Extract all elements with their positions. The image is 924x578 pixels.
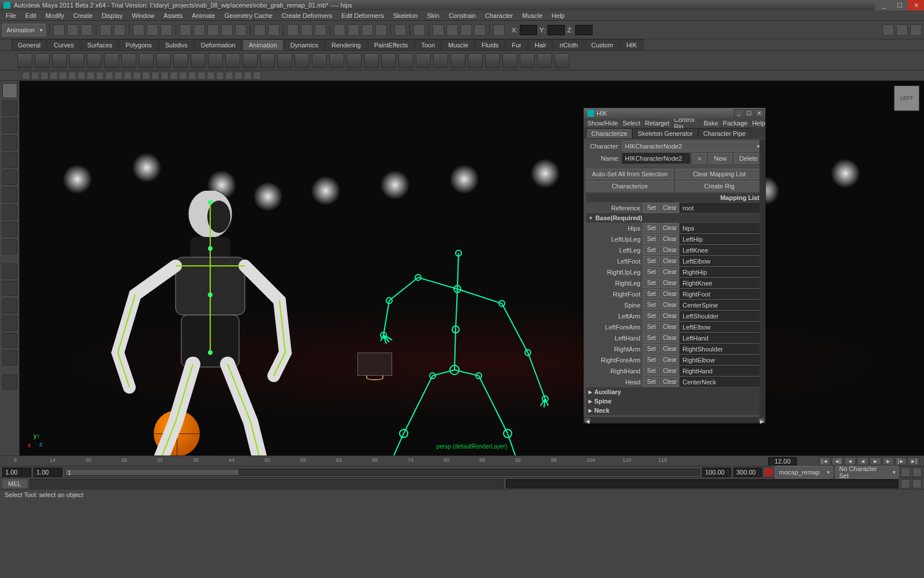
snap-grid-icon[interactable] (180, 24, 191, 36)
new-button[interactable]: New (709, 153, 732, 164)
bone-set-button[interactable]: Set (643, 366, 660, 376)
bone-value[interactable]: LeftHip (680, 234, 761, 244)
bone-value[interactable]: RightKnee (680, 278, 761, 288)
bone-set-button[interactable]: Set (643, 267, 660, 277)
shelf-icon-0[interactable] (17, 53, 32, 68)
sidebar-toggle3-icon[interactable] (910, 24, 922, 36)
bone-clear-button[interactable]: Clear (661, 322, 679, 332)
menu-help[interactable]: Help (548, 12, 568, 19)
cmd-input[interactable] (29, 479, 504, 488)
render-settings-icon[interactable] (315, 24, 326, 36)
bone-set-button[interactable]: Set (643, 344, 660, 354)
select-component-icon[interactable] (161, 24, 172, 36)
menu-character[interactable]: Character (482, 12, 516, 19)
layout-icon[interactable] (413, 24, 425, 36)
shelf-icon-7[interactable] (139, 53, 154, 68)
shelftab-ncloth[interactable]: nCloth (553, 39, 584, 50)
bone-clear-button[interactable]: Clear (661, 245, 679, 255)
range-end-anim[interactable]: 300.00 (733, 468, 762, 477)
help-icon[interactable] (912, 479, 922, 488)
hikmenu-package[interactable]: Package (723, 120, 748, 127)
redo-icon[interactable] (114, 24, 125, 36)
shelf-icon-2[interactable] (52, 53, 67, 68)
bone-set-button[interactable]: Set (643, 311, 660, 321)
scale-tool[interactable] (2, 170, 17, 185)
menu-skeleton[interactable]: Skeleton (390, 12, 422, 19)
bone-clear-button[interactable]: Clear (661, 366, 679, 376)
bone-set-button[interactable]: Set (643, 355, 660, 365)
bone-set-button[interactable]: Set (643, 223, 660, 233)
shelf-icon-27[interactable] (485, 53, 500, 68)
time-slider[interactable]: 8142026323844505662687480869298104110116… (0, 455, 924, 466)
new-scene-icon[interactable] (53, 24, 65, 36)
menu-muscle[interactable]: Muscle (519, 12, 546, 19)
bone-clear-button[interactable]: Clear (661, 234, 679, 244)
close-button[interactable]: ✕ (908, 0, 924, 10)
shelf-icon-11[interactable] (208, 53, 223, 68)
range-start-play[interactable]: 1.00 (33, 468, 62, 477)
current-frame[interactable]: 12.00 (768, 457, 797, 465)
input-output-icon[interactable] (362, 24, 373, 36)
panel-icon-9[interactable] (105, 72, 113, 80)
bone-clear-button[interactable]: Clear (661, 300, 679, 310)
shelf-icon-14[interactable] (260, 53, 275, 68)
shelf-icon-13[interactable] (243, 53, 258, 68)
panel-icon-8[interactable] (96, 72, 104, 80)
panel-icon-5[interactable] (68, 72, 76, 80)
panel-icon-12[interactable] (133, 72, 141, 80)
clearmapping-button[interactable]: Clear Mapping List (676, 169, 763, 179)
ref-set-button[interactable]: Set (643, 203, 660, 213)
panel-icon-1[interactable] (31, 72, 39, 80)
hiktab-skeleton-generator[interactable]: Skeleton Generator (632, 128, 698, 139)
bone-value[interactable]: LeftKnee (680, 245, 761, 255)
toggle4-icon[interactable] (474, 24, 486, 36)
input-connection-icon[interactable] (334, 24, 345, 36)
menu-modify[interactable]: Modify (42, 12, 68, 19)
layout-two-icon[interactable] (2, 298, 17, 313)
bone-set-button[interactable]: Set (643, 377, 660, 387)
play-forward-button[interactable]: ► (870, 457, 881, 465)
bone-set-button[interactable]: Set (643, 256, 660, 266)
select-object-icon[interactable] (147, 24, 158, 36)
x-input[interactable] (520, 25, 537, 35)
prev-key-button[interactable]: ◄ (844, 457, 856, 465)
toggle1-icon[interactable] (433, 24, 444, 36)
panel-icon-11[interactable] (124, 72, 132, 80)
hik-minimize-icon[interactable]: _ (734, 109, 743, 117)
bone-set-button[interactable]: Set (643, 245, 660, 255)
spine-section-header[interactable]: ▶Spine (586, 397, 763, 406)
menu-edit-deformers[interactable]: Edit Deformers (338, 12, 387, 19)
menu-constrain[interactable]: Constrain (445, 12, 479, 19)
delete-button[interactable]: Delete (734, 153, 763, 164)
panel-icon-6[interactable] (77, 72, 85, 80)
menu-display[interactable]: Display (98, 12, 126, 19)
charset-dropdown[interactable]: mocap_remap (775, 466, 833, 479)
layout-outliner-icon[interactable] (2, 350, 17, 365)
bone-set-button[interactable]: Set (643, 289, 660, 299)
bone-clear-button[interactable]: Clear (661, 256, 679, 266)
panel-icon-20[interactable] (207, 72, 215, 80)
hikmenu-retarget[interactable]: Retarget (645, 120, 669, 127)
characterize-button[interactable]: Characterize (586, 181, 673, 191)
shelftab-fur[interactable]: Fur (505, 39, 528, 50)
lasso-tool[interactable] (2, 101, 17, 116)
output-connection-icon[interactable] (348, 24, 359, 36)
bone-value[interactable]: CenterSpine (680, 300, 761, 310)
save-scene-icon[interactable] (81, 24, 92, 36)
minimize-button[interactable]: _ (875, 0, 892, 10)
bone-value[interactable]: LeftElbow (680, 256, 761, 266)
step-fwd-button[interactable]: |► (895, 457, 907, 465)
bone-clear-button[interactable]: Clear (661, 223, 679, 233)
shelftab-muscle[interactable]: Muscle (442, 39, 475, 50)
bone-value[interactable]: LeftHand (680, 333, 761, 343)
ipr-render-icon[interactable] (301, 24, 312, 36)
layout-single-icon[interactable] (2, 264, 17, 279)
bone-set-button[interactable]: Set (643, 278, 660, 288)
bone-clear-button[interactable]: Clear (661, 333, 679, 343)
ref-clear-button[interactable]: Clear (661, 203, 679, 213)
bone-clear-button[interactable]: Clear (661, 289, 679, 299)
range-thumb[interactable]: 1 (65, 469, 239, 475)
shelf-icon-6[interactable] (121, 53, 136, 68)
shelf-icon-24[interactable] (433, 53, 448, 68)
shelftab-custom[interactable]: Custom (585, 39, 620, 50)
